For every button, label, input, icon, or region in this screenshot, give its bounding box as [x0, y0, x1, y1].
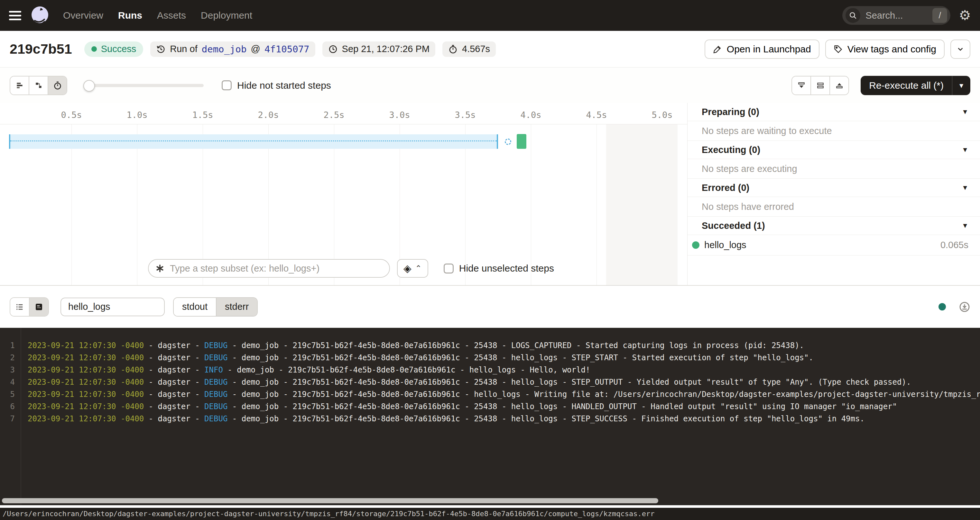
log-line: 72023-09-21 12:07:30 -0400 - dagster - D… — [0, 413, 980, 425]
reexecute-caret-icon[interactable]: ▾ — [952, 76, 970, 95]
horizontal-scrollbar[interactable] — [2, 498, 658, 503]
section-title: Executing (0) — [702, 144, 760, 155]
gantt-waterfall-view-button[interactable] — [29, 76, 48, 95]
timestamp-chip: Sep 21, 12:07:26 PM — [322, 41, 435, 57]
pane-logs-only-button[interactable] — [829, 76, 848, 95]
log-file-path: /Users/erincochran/Desktop/dagster-examp… — [3, 510, 655, 518]
hamburger-menu-icon[interactable] — [9, 11, 21, 20]
step-waiting-bar — [9, 134, 498, 149]
more-actions-button[interactable] — [950, 40, 970, 59]
split-panes-icon — [816, 81, 825, 90]
step-subset-inputbox[interactable] — [148, 259, 390, 278]
axis-tick: 1.5s — [192, 110, 213, 120]
download-log-icon[interactable] — [959, 301, 970, 313]
nav-item-assets[interactable]: Assets — [157, 10, 186, 21]
step-duration: 0.065s — [940, 240, 969, 250]
log-line: 62023-09-21 12:07:30 -0400 - dagster - D… — [0, 400, 980, 413]
status-badge: Success — [84, 41, 143, 57]
pane-split-button[interactable] — [810, 76, 829, 95]
pane-gantt-only-button[interactable] — [792, 76, 810, 95]
nav-item-overview[interactable]: Overview — [63, 10, 103, 21]
commit-link[interactable]: 4f105077 — [264, 44, 310, 55]
caret-up-icon: ⌃ — [415, 264, 422, 273]
section-header-preparing[interactable]: Preparing (0) ▼ — [687, 103, 980, 121]
axis-tick: 3.5s — [455, 110, 476, 120]
section-header-executing[interactable]: Executing (0) ▼ — [687, 141, 980, 159]
log-line: 22023-09-21 12:07:30 -0400 - dagster - D… — [0, 352, 980, 364]
axis-tick: 3.0s — [389, 110, 410, 120]
tag-icon — [834, 45, 843, 54]
run-duration: 4.567s — [462, 44, 490, 54]
tab-stdout[interactable]: stdout — [174, 298, 216, 316]
view-tags-config-label: View tags and config — [848, 44, 936, 55]
log-line: 12023-09-21 12:07:30 -0400 - dagster - D… — [0, 339, 980, 352]
axis-tick: 0.5s — [61, 110, 82, 120]
search-shortcut-key: / — [932, 8, 947, 23]
run-header: 219c7b51 Success Run of demo_job @ 4f105… — [0, 31, 980, 68]
axis-tick: 1.0s — [126, 110, 147, 120]
graph-query-options-button[interactable]: ◈ ⌃ — [397, 259, 428, 278]
job-link[interactable]: demo_job — [202, 44, 247, 55]
run-time: Sep 21, 12:07:26 PM — [342, 44, 430, 54]
caret-down-icon: ▼ — [962, 146, 969, 154]
tab-stderr[interactable]: stderr — [216, 298, 257, 316]
log-console[interactable]: 12023-09-21 12:07:30 -0400 - dagster - D… — [0, 328, 980, 505]
top-nav: Overview Runs Assets Deployment / ⚙ — [0, 0, 980, 31]
view-tags-config-button[interactable]: View tags and config — [825, 40, 945, 59]
hide-not-started-checkbox[interactable] — [222, 80, 232, 90]
axis-tick: 4.0s — [520, 110, 541, 120]
flat-bars-icon — [16, 81, 24, 90]
dagster-run-page: Overview Runs Assets Deployment / ⚙ 219c… — [0, 0, 980, 520]
duration-chip: 4.567s — [442, 41, 496, 57]
nav-items: Overview Runs Assets Deployment — [63, 10, 252, 21]
log-stream-status-icon — [939, 303, 946, 311]
step-bar-hello-logs[interactable] — [517, 134, 527, 149]
success-dot-icon — [692, 241, 700, 249]
log-line: 52023-09-21 12:07:30 -0400 - dagster - D… — [0, 388, 980, 400]
pencil-icon — [713, 45, 722, 54]
empty-state-preparing: No steps are waiting to execute — [687, 121, 980, 141]
section-header-succeeded[interactable]: Succeeded (1) ▼ — [687, 217, 980, 235]
pane-down-icon — [797, 81, 806, 90]
gantt-view-toggle-group — [10, 76, 67, 95]
gantt-flat-view-button[interactable] — [10, 76, 29, 95]
nav-item-deployment[interactable]: Deployment — [201, 10, 252, 21]
log-line: 42023-09-21 12:07:30 -0400 - dagster - D… — [0, 376, 980, 388]
hide-unselected-label: Hide unselected steps — [459, 263, 554, 274]
step-subset-input[interactable] — [169, 263, 383, 274]
status-dot-icon — [91, 46, 97, 52]
gantt-timed-view-button[interactable] — [48, 76, 67, 95]
search-box[interactable]: / — [842, 6, 950, 25]
hide-unselected-checkbox[interactable] — [444, 263, 453, 274]
gantt-zoom-slider[interactable] — [84, 84, 204, 87]
caret-down-icon: ▼ — [962, 108, 969, 116]
pane-layout-toggle-group — [791, 76, 849, 95]
gantt-time-axis: 0.5s 1.0s 1.5s 2.0s 2.5s 3.0s 3.5s 4.0s … — [0, 103, 687, 124]
open-in-launchpad-label: Open in Launchpad — [727, 44, 811, 55]
waiting-dotted-line — [10, 140, 497, 141]
search-input[interactable] — [865, 10, 928, 21]
step-start-marker-icon — [505, 138, 511, 145]
chevron-down-icon — [956, 45, 964, 53]
dagster-logo-icon[interactable] — [30, 5, 50, 26]
section-header-errored[interactable]: Errored (0) ▼ — [687, 179, 980, 197]
section-title: Succeeded (1) — [702, 220, 765, 231]
reexecute-all-label: Re-execute all (*) — [861, 80, 952, 91]
empty-state-executing: No steps are executing — [687, 159, 980, 179]
hide-not-started-label: Hide not started steps — [237, 80, 331, 91]
log-view-toggle-group — [10, 297, 49, 317]
nav-item-runs[interactable]: Runs — [118, 10, 142, 21]
layers-icon: ◈ — [404, 262, 412, 274]
run-of-chip: Run of demo_job @ 4f105077 — [150, 41, 315, 57]
open-in-launchpad-button[interactable]: Open in Launchpad — [705, 40, 819, 59]
gantt-chart: 0.5s 1.0s 1.5s 2.0s 2.5s 3.0s 3.5s 4.0s … — [0, 103, 687, 285]
log-step-filter-input[interactable] — [60, 298, 165, 316]
axis-tick: 2.5s — [323, 110, 344, 120]
gear-icon[interactable]: ⚙ — [959, 9, 971, 22]
gantt-zoom-slider-handle[interactable] — [83, 80, 95, 92]
step-status-panel: Preparing (0) ▼ No steps are waiting to … — [687, 103, 980, 285]
reexecute-all-button[interactable]: Re-execute all (*) ▾ — [861, 76, 970, 95]
structured-log-view-button[interactable] — [10, 298, 29, 316]
raw-log-view-button[interactable] — [29, 298, 48, 316]
step-row-hello-logs[interactable]: hello_logs 0.065s — [687, 235, 980, 255]
